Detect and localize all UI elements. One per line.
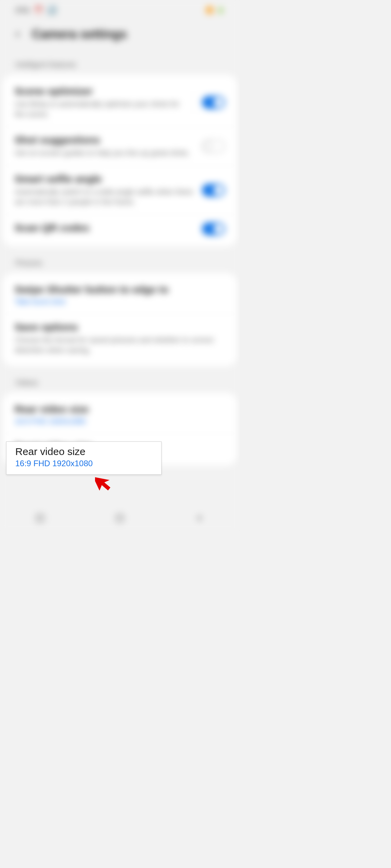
row-scene-optimizer[interactable]: Scene optimizer Use Bixby to automatical…	[3, 78, 237, 127]
row-scan-qr[interactable]: Scan QR codes	[3, 215, 237, 243]
alarm-icon: ⏰	[34, 6, 43, 15]
signal-icon: 📶	[206, 6, 213, 14]
svg-rect-0	[37, 515, 43, 521]
row-value: 16:9 FHD 1920x1080	[15, 417, 218, 426]
back-icon[interactable]	[14, 30, 22, 38]
row-save-options[interactable]: Save options Choose the format for saved…	[3, 314, 237, 362]
header: Camera settings	[0, 20, 240, 55]
row-title: Shot suggestions	[15, 134, 195, 146]
svg-point-1	[116, 515, 123, 522]
divider	[195, 91, 195, 114]
refresh-icon: 🔄	[47, 6, 56, 15]
row-title: Save options	[15, 321, 218, 333]
row-smart-selfie[interactable]: Smart selfie angle Automatically switch …	[3, 166, 237, 215]
row-shot-suggestions[interactable]: Shot suggestions Get on-screen guides to…	[3, 127, 237, 166]
nav-bar	[0, 505, 240, 532]
row-title: Scan QR codes	[15, 222, 195, 234]
row-swipe-shutter[interactable]: Swipe Shutter button to edge to Take bur…	[3, 276, 237, 314]
battery-icon: 🔋	[217, 6, 224, 14]
row-title: Smart selfie angle	[15, 173, 195, 185]
row-subtitle: Automatically switch to a wide-angle sel…	[15, 187, 195, 207]
status-bar: 3:51 ⏰ 🔄 📶 🔋	[0, 0, 240, 20]
status-time: 3:51	[15, 6, 30, 15]
row-title: Rear video size	[15, 403, 218, 415]
back-nav-icon[interactable]	[195, 513, 204, 523]
page-title: Camera settings	[32, 27, 127, 41]
row-title: Swipe Shutter button to edge to	[15, 284, 218, 295]
row-rear-video[interactable]: Rear video size 16:9 FHD 1920x1080	[3, 396, 237, 434]
highlight-value: 16:9 FHD 1920x1080	[15, 459, 152, 468]
toggle-shot-suggestions[interactable]	[202, 140, 225, 153]
row-subtitle: Get on-screen guides to help you line up…	[15, 148, 195, 158]
section-label-videos: Videos	[0, 373, 240, 393]
home-icon[interactable]	[115, 513, 125, 523]
row-value: Take burst shot	[15, 297, 218, 306]
recent-apps-icon[interactable]	[35, 513, 45, 523]
card-pictures: Swipe Shutter button to edge to Take bur…	[3, 273, 237, 366]
section-label-intelligent: Intelligent features	[0, 55, 240, 75]
cursor-arrow-icon	[95, 471, 115, 495]
row-subtitle: Use Bixby to automatically optimize your…	[15, 99, 181, 119]
highlight-rear-video[interactable]: Rear video size 16:9 FHD 1920x1080	[6, 441, 162, 475]
row-title: Scene optimizer	[15, 85, 181, 97]
card-intelligent: Scene optimizer Use Bixby to automatical…	[3, 75, 237, 246]
highlight-title: Rear video size	[15, 446, 152, 457]
row-subtitle: Choose the format for saved pictures and…	[15, 335, 218, 355]
section-label-pictures: Pictures	[0, 253, 240, 273]
toggle-scan-qr[interactable]	[202, 222, 225, 235]
toggle-scene-optimizer[interactable]	[202, 96, 225, 109]
toggle-smart-selfie[interactable]	[202, 184, 225, 197]
